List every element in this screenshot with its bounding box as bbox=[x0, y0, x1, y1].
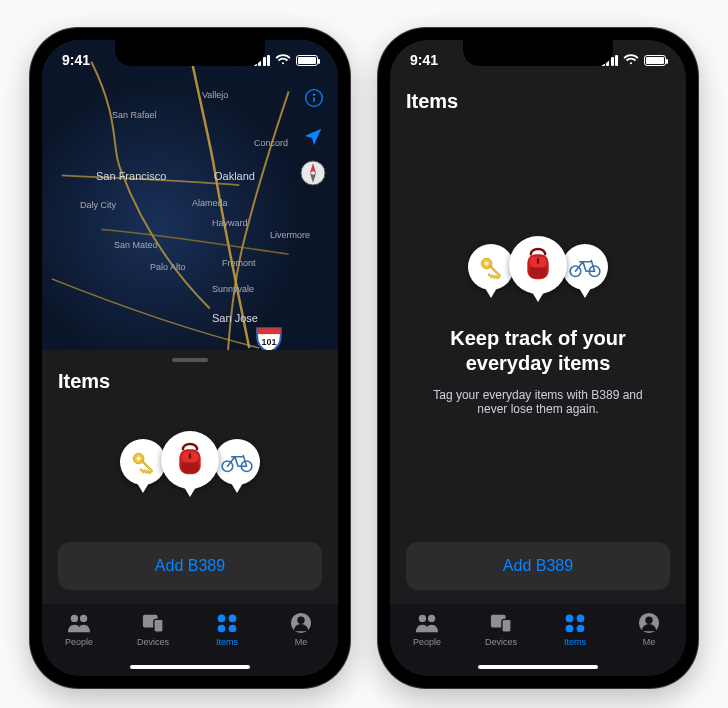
notch bbox=[463, 40, 613, 66]
map-label: Daly City bbox=[80, 200, 116, 210]
map-compass-button[interactable] bbox=[300, 160, 326, 186]
bottom-sheet[interactable]: Items Add B389 bbox=[42, 350, 338, 604]
people-icon bbox=[415, 612, 439, 634]
add-item-button[interactable]: Add B389 bbox=[406, 542, 670, 590]
me-icon bbox=[637, 612, 661, 634]
tab-devices[interactable]: Devices bbox=[123, 612, 183, 647]
battery-icon bbox=[296, 55, 318, 66]
bottom-sheet-expanded[interactable]: Items Keep track of your everyday items … bbox=[390, 80, 686, 604]
notch bbox=[115, 40, 265, 66]
status-time: 9:41 bbox=[62, 52, 90, 68]
bubble-bike bbox=[214, 439, 260, 485]
sheet-title: Items bbox=[58, 370, 322, 393]
bubble-backpack bbox=[509, 236, 567, 294]
item-bubbles bbox=[468, 236, 608, 306]
people-icon bbox=[67, 612, 91, 634]
map-label: Fremont bbox=[222, 258, 256, 268]
items-icon bbox=[215, 612, 239, 634]
map-view[interactable]: 101 VallejoSan RafaelConcordSan Francisc… bbox=[42, 40, 338, 350]
map-label: Sunnyvale bbox=[212, 284, 254, 294]
tab-items[interactable]: Items bbox=[197, 612, 257, 647]
svg-text:101: 101 bbox=[262, 337, 277, 347]
backpack-icon bbox=[519, 246, 557, 284]
map-label: Concord bbox=[254, 138, 288, 148]
info-icon bbox=[304, 88, 324, 108]
tab-people[interactable]: People bbox=[397, 612, 457, 647]
map-label: San Jose bbox=[212, 312, 258, 324]
items-icon bbox=[563, 612, 587, 634]
hero-subtitle: Tag your everyday items with B389 and ne… bbox=[418, 388, 658, 416]
map-label: Vallejo bbox=[202, 90, 228, 100]
key-icon bbox=[477, 253, 505, 281]
map-label: San Rafael bbox=[112, 110, 157, 120]
add-item-button[interactable]: Add B389 bbox=[58, 542, 322, 590]
sheet-grabber[interactable] bbox=[172, 358, 208, 362]
map-locate-button[interactable] bbox=[302, 126, 324, 148]
bubble-backpack bbox=[161, 431, 219, 489]
bubble-key bbox=[468, 244, 514, 290]
map-info-button[interactable] bbox=[304, 88, 324, 108]
key-icon bbox=[129, 448, 157, 476]
battery-icon bbox=[644, 55, 666, 66]
tab-bar: People Devices Items Me bbox=[42, 604, 338, 676]
map-label: Livermore bbox=[270, 230, 310, 240]
map-roads: 101 bbox=[42, 40, 338, 350]
phone-mock-left: 9:41 101 bbox=[30, 28, 350, 688]
compass-icon bbox=[300, 160, 326, 186]
bubble-bike bbox=[562, 244, 608, 290]
phone-mock-right: 9:41 Items Keep track of your everyday i… bbox=[378, 28, 698, 688]
tab-me[interactable]: Me bbox=[271, 612, 331, 647]
devices-icon bbox=[141, 612, 165, 634]
sheet-title: Items bbox=[406, 90, 670, 113]
tab-me[interactable]: Me bbox=[619, 612, 679, 647]
map-label: Hayward bbox=[212, 218, 248, 228]
status-time: 9:41 bbox=[410, 52, 438, 68]
tab-items[interactable]: Items bbox=[545, 612, 605, 647]
me-icon bbox=[289, 612, 313, 634]
map-label: Oakland bbox=[214, 170, 255, 182]
item-bubbles bbox=[120, 431, 260, 501]
tab-bar: People Devices Items Me bbox=[390, 604, 686, 676]
map-label: Alameda bbox=[192, 198, 228, 208]
home-indicator[interactable] bbox=[130, 665, 250, 669]
devices-icon bbox=[489, 612, 513, 634]
bubble-key bbox=[120, 439, 166, 485]
home-indicator[interactable] bbox=[478, 665, 598, 669]
wifi-icon bbox=[275, 54, 291, 66]
tab-people[interactable]: People bbox=[49, 612, 109, 647]
bike-icon bbox=[568, 256, 602, 278]
wifi-icon bbox=[623, 54, 639, 66]
bike-icon bbox=[220, 451, 254, 473]
map-label: San Mateo bbox=[114, 240, 158, 250]
map-label: Palo Alto bbox=[150, 262, 186, 272]
map-label: San Francisco bbox=[96, 170, 166, 182]
backpack-icon bbox=[171, 441, 209, 479]
location-arrow-icon bbox=[302, 126, 324, 148]
hero-title: Keep track of your everyday items bbox=[450, 326, 626, 376]
tab-devices[interactable]: Devices bbox=[471, 612, 531, 647]
